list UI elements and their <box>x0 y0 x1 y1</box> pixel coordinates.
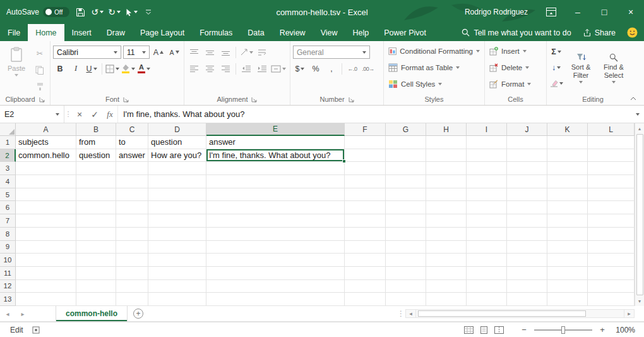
cell-L2[interactable] <box>588 149 635 162</box>
cell-E4[interactable] <box>206 175 345 188</box>
tab-home[interactable]: Home <box>28 24 64 41</box>
cell-D9[interactable] <box>148 241 206 254</box>
cell-K9[interactable] <box>547 241 588 254</box>
prev-sheet-button[interactable]: ◂ <box>0 306 15 321</box>
column-header-E[interactable]: E <box>206 123 345 136</box>
cell-K8[interactable] <box>547 228 588 241</box>
cell-H9[interactable] <box>426 241 467 254</box>
cell-A4[interactable] <box>16 175 76 188</box>
cell-F6[interactable] <box>345 201 386 214</box>
cell-B10[interactable] <box>76 254 116 267</box>
cell-A10[interactable] <box>16 254 76 267</box>
share-button[interactable]: Share <box>583 28 616 37</box>
align-top-button[interactable] <box>187 46 201 59</box>
cell-E10[interactable] <box>206 254 345 267</box>
redo-button[interactable]: ↻ <box>108 4 121 20</box>
bold-button[interactable]: B <box>53 62 67 75</box>
cell-H3[interactable] <box>426 162 467 175</box>
horizontal-scroll-track[interactable] <box>416 309 624 318</box>
number-format-select[interactable]: General <box>293 46 370 59</box>
font-color-button[interactable]: A <box>137 62 151 75</box>
cell-D1[interactable]: question <box>148 136 206 149</box>
cell-F11[interactable] <box>345 267 386 280</box>
column-header-A[interactable]: A <box>16 123 76 136</box>
cell-F10[interactable] <box>345 254 386 267</box>
align-center-button[interactable] <box>203 62 217 75</box>
cell-D12[interactable] <box>148 280 206 293</box>
tab-power-pivot[interactable]: Power Pivot <box>376 24 434 41</box>
cell-D2[interactable]: How are you? <box>148 149 206 162</box>
cell-L4[interactable] <box>588 175 635 188</box>
cell-B5[interactable] <box>76 188 116 202</box>
row-header-12[interactable]: 12 <box>0 280 16 293</box>
cell-K12[interactable] <box>547 280 588 293</box>
cell-C7[interactable] <box>116 214 148 228</box>
row-header-1[interactable]: 1 <box>0 136 16 149</box>
cell-C11[interactable] <box>116 267 148 280</box>
zoom-out-button[interactable]: − <box>520 325 528 334</box>
cell-C9[interactable] <box>116 241 148 254</box>
cell-K4[interactable] <box>547 175 588 188</box>
cell-F9[interactable] <box>345 241 386 254</box>
cell-I2[interactable] <box>467 149 507 162</box>
vertical-scrollbar[interactable]: ▴ ▾ <box>635 123 644 306</box>
cell-B9[interactable] <box>76 241 116 254</box>
cell-F3[interactable] <box>345 162 386 175</box>
cell-E1[interactable]: answer <box>206 136 345 149</box>
cell-B1[interactable]: from <box>76 136 116 149</box>
tab-review[interactable]: Review <box>272 24 313 41</box>
enter-button[interactable]: ✓ <box>87 106 102 123</box>
cell-I9[interactable] <box>467 241 507 254</box>
row-header-4[interactable]: 4 <box>0 175 16 188</box>
cell-C1[interactable]: to <box>116 136 148 149</box>
cell-J9[interactable] <box>507 241 547 254</box>
align-middle-button[interactable] <box>203 46 217 59</box>
column-header-H[interactable]: H <box>426 123 467 136</box>
cell-D11[interactable] <box>148 267 206 280</box>
cell-B7[interactable] <box>76 214 116 228</box>
increase-font-button[interactable]: A <box>152 46 165 59</box>
cell-G5[interactable] <box>386 188 426 202</box>
find-select-button[interactable]: Find & Select <box>599 43 629 94</box>
tab-formulas[interactable]: Formulas <box>192 24 240 41</box>
cell-H10[interactable] <box>426 254 467 267</box>
minimize-button[interactable]: – <box>564 0 591 24</box>
borders-button[interactable] <box>105 62 119 75</box>
cell-I11[interactable] <box>467 267 507 280</box>
cell-G6[interactable] <box>386 201 426 214</box>
cell-B8[interactable] <box>76 228 116 241</box>
cell-G4[interactable] <box>386 175 426 188</box>
cell-J11[interactable] <box>507 267 547 280</box>
cell-E5[interactable] <box>206 188 345 202</box>
cell-H13[interactable] <box>426 293 467 306</box>
cell-F2[interactable] <box>345 149 386 162</box>
next-sheet-button[interactable]: ▸ <box>15 306 30 321</box>
qat-customize-button[interactable] <box>142 4 155 20</box>
cell-I13[interactable] <box>467 293 507 306</box>
cell-D4[interactable] <box>148 175 206 188</box>
cell-J7[interactable] <box>507 214 547 228</box>
italic-button[interactable]: I <box>69 62 83 75</box>
scroll-left-button[interactable]: ◂ <box>405 309 416 318</box>
cell-B12[interactable] <box>76 280 116 293</box>
page-layout-view-button[interactable] <box>479 326 489 334</box>
cell-H7[interactable] <box>426 214 467 228</box>
horizontal-scrollbar[interactable]: ⋮ ◂ ▸ <box>397 306 644 321</box>
cell-B6[interactable] <box>76 201 116 214</box>
cell-G9[interactable] <box>386 241 426 254</box>
horizontal-scroll-thumb[interactable] <box>418 310 586 317</box>
row-header-9[interactable]: 9 <box>0 241 16 254</box>
cell-H6[interactable] <box>426 201 467 214</box>
cell-E7[interactable] <box>206 214 345 228</box>
cell-C5[interactable] <box>116 188 148 202</box>
cell-E13[interactable] <box>206 293 345 306</box>
cell-L1[interactable] <box>588 136 635 149</box>
cell-A5[interactable] <box>16 188 76 202</box>
cell-B4[interactable] <box>76 175 116 188</box>
cell-I12[interactable] <box>467 280 507 293</box>
cell-K10[interactable] <box>547 254 588 267</box>
cell-K1[interactable] <box>547 136 588 149</box>
cell-G3[interactable] <box>386 162 426 175</box>
accounting-format-button[interactable]: $ <box>293 62 307 75</box>
align-right-button[interactable] <box>218 62 232 75</box>
